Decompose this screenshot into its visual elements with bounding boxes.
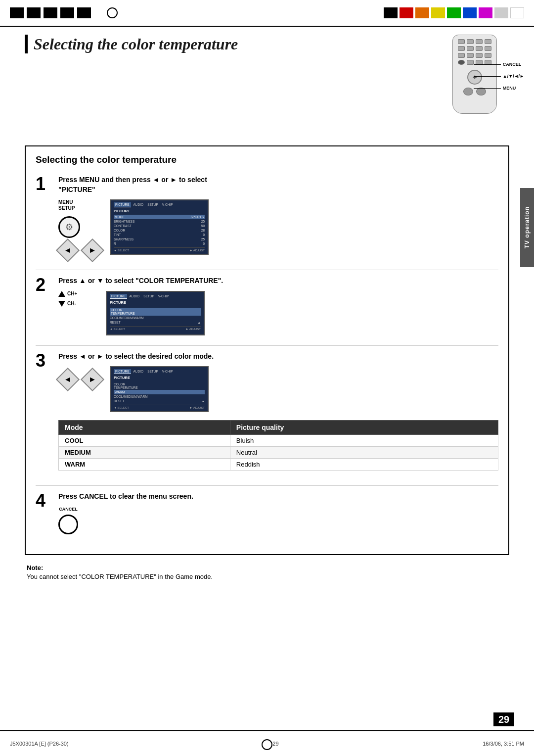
mode-col-header: Mode (59, 421, 230, 435)
page-title: Selecting the color temperature (25, 35, 238, 53)
mini-screen-2-content: COLORTEMPERATURE COOL/MEDIUM/WARM RESET▲ (110, 308, 201, 325)
top-rule (0, 26, 534, 27)
quality-cool: Bluish (230, 435, 498, 447)
ch-down-btn: CH- (58, 301, 76, 307)
step-2-content: Press ▲ or ▼ to select "COLOR TEMPERATUR… (53, 276, 498, 335)
mini-row-brightness: BRIGHTNESS25 (114, 219, 205, 224)
mini-screen-3-tabs: PICTURE AUDIO SETUP V-CHIP (114, 369, 205, 374)
page-title-section: Selecting the color temperature ✚ (25, 35, 509, 134)
mini-row-mode: MODESPORTS (114, 215, 205, 219)
right-arrow-btn-3: ► (83, 370, 102, 389)
footer-right: 16/3/06, 3:51 PM (483, 741, 524, 747)
left-arrow-btn-3: ◄ (58, 370, 77, 389)
divider-1-2 (36, 270, 498, 270)
step-2-body: CH+ CH- PICTURE AUDIO SETUP V- (58, 291, 498, 335)
section-heading: Selecting the color temperature (36, 154, 498, 167)
divider-3-4 (36, 485, 498, 486)
reg-marks-left (10, 7, 118, 18)
step-1-content: Press MENU and then press ◄ or ► to sele… (53, 175, 498, 260)
mini-row-color: COLOR28 (114, 228, 205, 233)
step-3-arrows: ◄ ► (58, 370, 102, 389)
mode-medium: MEDIUM (59, 447, 230, 459)
color-white (510, 7, 524, 18)
footer-left: J5X00301A [E] (P26-30) (10, 741, 69, 747)
remote-diagram: ✚ CANCEL ▲/▼/◄/► (430, 35, 509, 134)
main-content: Selecting the color temperature ✚ (25, 30, 509, 726)
step-1: 1 Press MENU and then press ◄ or ► to se… (36, 175, 498, 260)
note-section: Note: You cannot select "COLOR TEMPERATU… (25, 563, 509, 582)
mini-row-tint: TINT0 (114, 233, 205, 237)
mini-screen-1: PICTURE AUDIO SETUP V-CHIP PICTURE MODES… (110, 199, 209, 255)
mode-warm: WARM (59, 459, 230, 471)
arrows-label-remote: ▲/▼/◄/► (503, 74, 524, 79)
mode-cool: COOL (59, 435, 230, 447)
menu-circle: ⚙ (58, 216, 80, 238)
color-red (400, 7, 413, 18)
mode-table-container: Mode Picture quality COOL Bluish MEDIUM (58, 420, 498, 471)
step-2-text: Press ▲ or ▼ to select "COLOR TEMPERATUR… (58, 276, 498, 286)
step-3-text: Press ◄ or ► to select the desired color… (58, 352, 498, 362)
step-4-text: Press CANCEL to clear the menu screen. (58, 492, 498, 502)
cancel-section: CANCEL (58, 507, 78, 534)
right-tab-label: TV operation (524, 206, 531, 248)
quality-col-header: Picture quality (230, 421, 498, 435)
mode-table: Mode Picture quality COOL Bluish MEDIUM (58, 420, 498, 471)
mini-row-sharpness: SHARPNESS25 (114, 237, 205, 241)
step-4-body: CANCEL (58, 507, 498, 534)
table-row-medium: MEDIUM Neutral (59, 447, 498, 459)
mini-screen-1-tabs: PICTURE AUDIO SETUP V-CHIP (114, 202, 205, 207)
step-number-4: 4 (36, 492, 53, 510)
step-3: 3 Press ◄ or ► to select the desired col… (36, 352, 498, 476)
table-row-cool: COOL Bluish (59, 435, 498, 447)
cancel-label-step4: CANCEL (59, 507, 78, 512)
black-block-1 (10, 7, 24, 18)
color-light (494, 7, 508, 18)
note-title: Note: (27, 564, 43, 571)
step-4-content: Press CANCEL to clear the menu screen. C… (53, 492, 498, 534)
mini-screen-2-tabs: PICTURE AUDIO SETUP V-CHIP (110, 294, 201, 299)
mini-screen-3-footer: ◄ SELECT► ADJUST (114, 405, 205, 409)
mini-row-color-temp-3-options: COOL/MEDIUM/WARM (114, 394, 205, 399)
color-green (447, 7, 461, 18)
color-yellow (431, 7, 445, 18)
footer-center: 29 (69, 741, 483, 747)
mini-screen-1-title: PICTURE (114, 209, 205, 213)
step-3-content: Press ◄ or ► to select the desired color… (53, 352, 498, 476)
right-arrow-btn: ► (83, 241, 102, 260)
quality-warm: Reddish (230, 459, 498, 471)
step-1-body: MENUSETUP ⚙ ◄ ► (58, 199, 498, 260)
cancel-circle (58, 515, 78, 534)
mini-screen-3: PICTURE AUDIO SETUP V-CHIP PICTURE COLOR… (110, 366, 209, 412)
bottom-bar: J5X00301A [E] (P26-30) 29 16/3/06, 3:51 … (0, 730, 534, 756)
mini-screen-3-content: COLORTEMPERATURE WARM COOL/MEDIUM/WARM R… (114, 382, 205, 403)
mini-row-color-temp: COLORTEMPERATURE (110, 308, 201, 316)
mini-screen-1-footer: ◄ SELECT► ADJUST (114, 247, 205, 252)
mini-screen-2-title: PICTURE (110, 300, 201, 305)
note-text: You cannot select "COLOR TEMPERATURE" in… (27, 573, 213, 580)
black-block-5 (77, 7, 91, 18)
step-number-2: 2 (36, 276, 53, 294)
mini-screen-2: PICTURE AUDIO SETUP V-CHIP PICTURE COLOR… (106, 291, 205, 335)
step-number-3: 3 (36, 352, 53, 370)
step-3-body: ◄ ► PICTURE AUDIO SETUP V-CHIP (58, 366, 498, 412)
right-tab: TV operation (520, 188, 534, 267)
menu-label-remote: MENU (503, 86, 516, 91)
mini-row-color-temp-value: COOL/MEDIUM/WARM (110, 316, 201, 320)
menu-label: MENUSETUP (58, 199, 75, 211)
step-1-text: Press MENU and then press ◄ or ► to sele… (58, 175, 498, 194)
mini-row-color-temp-3-value: WARM (114, 390, 205, 394)
mini-screen-2-footer: ◄ SELECT► ADJUST (110, 326, 201, 331)
mini-row-r: R0 (114, 241, 205, 246)
mini-row-color-temp-3-label: COLORTEMPERATURE (114, 382, 205, 390)
color-orange (415, 7, 429, 18)
step-4: 4 Press CANCEL to clear the menu screen.… (36, 492, 498, 534)
step-1-arrows: ◄ ► (58, 241, 102, 260)
mini-screen-3-title: PICTURE (114, 376, 205, 380)
table-row-warm: WARM Reddish (59, 459, 498, 471)
step-2: 2 Press ▲ or ▼ to select "COLOR TEMPERAT… (36, 276, 498, 335)
black-block-4 (60, 7, 74, 18)
ch-down-icon (58, 301, 65, 307)
left-arrow-btn: ◄ (58, 241, 77, 260)
cancel-label-remote: CANCEL (503, 62, 522, 67)
ch-up-icon (58, 291, 65, 297)
